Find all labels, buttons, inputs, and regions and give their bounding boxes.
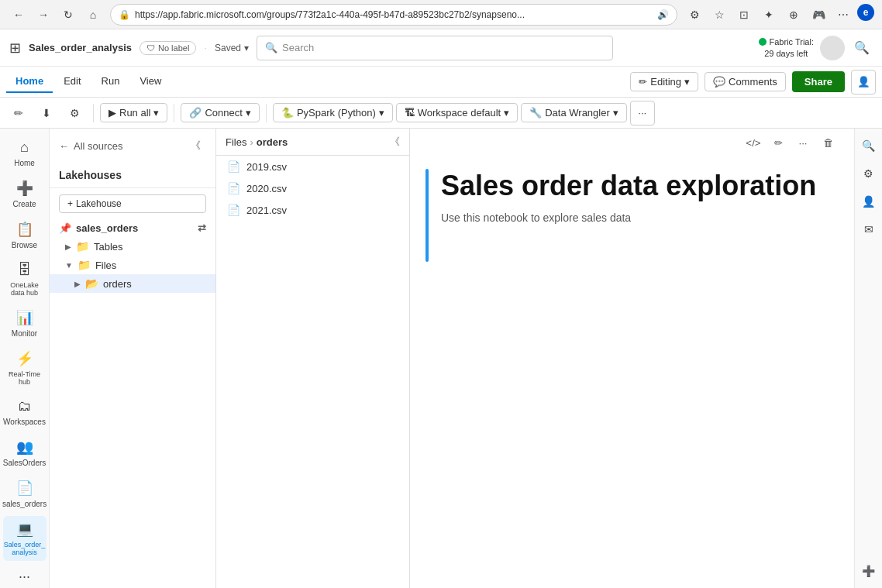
settings-button[interactable]: ⚙ bbox=[62, 101, 87, 126]
sidebar-item-onelake-label: OneLake data hub bbox=[6, 281, 43, 297]
connect-button[interactable]: 🔗 Connect ▾ bbox=[181, 103, 259, 122]
split-screen-button[interactable]: ⊡ bbox=[733, 4, 755, 26]
add-lakehouse-button[interactable]: + Lakehouse bbox=[59, 194, 206, 213]
file-item-2021[interactable]: 📄 2021.csv bbox=[216, 199, 409, 221]
sidebar-item-sales-order-analysis[interactable]: 💻 Sales_order_ analysis bbox=[3, 516, 47, 561]
home-button[interactable]: ⌂ bbox=[82, 4, 104, 26]
saved-button[interactable]: Saved ▾ bbox=[215, 43, 249, 53]
delete-cell-button[interactable]: 🗑 bbox=[817, 132, 839, 153]
right-panel-person-button[interactable]: 👤 bbox=[858, 191, 880, 212]
file-name-2019: 2019.csv bbox=[246, 161, 287, 173]
breadcrumb-files[interactable]: Files bbox=[226, 136, 246, 148]
share-label: Share bbox=[804, 76, 832, 88]
tab-edit[interactable]: Edit bbox=[54, 70, 90, 93]
user-avatar[interactable] bbox=[820, 36, 845, 60]
no-label-badge[interactable]: 🛡 No label bbox=[140, 41, 196, 55]
edit-cell-button[interactable]: ✏ bbox=[6, 101, 31, 126]
browser-action-2[interactable]: ☆ bbox=[708, 4, 730, 26]
left-nav-sidebar: ⌂ Home ➕ Create 📋 Browse 🗄 OneLake data … bbox=[0, 129, 50, 588]
sidebar-item-realtimehub[interactable]: ⚡ Real-Time hub bbox=[3, 346, 47, 390]
search-icon: 🔍 bbox=[265, 42, 277, 53]
download-button[interactable]: ⬇ bbox=[34, 101, 59, 126]
add-icon: + bbox=[67, 198, 73, 209]
top-right: Fabric Trial: 29 days left 🔍 bbox=[759, 36, 873, 60]
sidebar-item-salesorders[interactable]: 👥 SalesOrders bbox=[3, 434, 47, 472]
explorer-collapse-button[interactable]: 《 bbox=[184, 135, 206, 156]
share-button[interactable]: Share bbox=[792, 71, 845, 92]
files-tree-item[interactable]: ▼ 📁 Files bbox=[50, 256, 215, 274]
file-item-2020[interactable]: 📄 2020.csv bbox=[216, 177, 409, 199]
apps-grid-icon[interactable]: ⊞ bbox=[9, 40, 21, 57]
sidebar-item-home[interactable]: ⌂ Home bbox=[3, 135, 47, 172]
browser-chrome: ← → ↻ ⌂ 🔒 https://app.fabric.microsoft.c… bbox=[0, 0, 882, 29]
sidebar-item-create[interactable]: ➕ Create bbox=[3, 175, 47, 213]
comments-button[interactable]: 💬 Comments bbox=[705, 72, 786, 91]
trial-dot bbox=[759, 38, 767, 46]
pyspark-icon: 🐍 bbox=[281, 107, 294, 119]
sidebar-item-realtime-label: Real-Time hub bbox=[6, 370, 43, 386]
create-icon: ➕ bbox=[16, 180, 33, 197]
orders-folder-icon: 📂 bbox=[85, 277, 98, 290]
right-panel-settings-button[interactable]: ⚙ bbox=[858, 163, 880, 184]
code-view-button[interactable]: </> bbox=[742, 132, 764, 153]
files-panel-collapse[interactable]: 《 bbox=[390, 135, 400, 149]
search-bar[interactable]: 🔍 Search bbox=[257, 36, 613, 60]
back-button[interactable]: ← bbox=[8, 4, 29, 26]
tab-run[interactable]: Run bbox=[92, 70, 129, 93]
pyspark-button[interactable]: 🐍 PySpark (Python) ▾ bbox=[273, 103, 393, 122]
orders-tree-item[interactable]: ▶ 📂 orders bbox=[50, 274, 215, 293]
lakehouse-name[interactable]: 📌 sales_orders ⇄ bbox=[50, 219, 215, 237]
address-bar[interactable]: 🔒 https://app.fabric.microsoft.com/group… bbox=[110, 4, 677, 26]
notebook-title-cell: Sales order data exploration Use this no… bbox=[410, 156, 854, 274]
all-sources-label: All sources bbox=[74, 140, 123, 152]
right-panel-search-button[interactable]: 🔍 bbox=[858, 135, 880, 156]
sidebar-item-onelakedatahub[interactable]: 🗄 OneLake data hub bbox=[3, 257, 47, 301]
browse-icon: 📋 bbox=[16, 221, 33, 238]
sidebar-item-more[interactable]: ··· bbox=[3, 564, 47, 588]
sidebar-item-browse[interactable]: 📋 Browse bbox=[3, 216, 47, 254]
toolbar-more-label: ··· bbox=[638, 107, 646, 119]
nav-bottom: 👥 SalesOrders 📄 sales_orders 💻 Sales_ord… bbox=[3, 434, 47, 588]
editing-button[interactable]: ✏ Editing ▾ bbox=[630, 72, 698, 91]
sidebar-item-sales-orders[interactable]: 📄 sales_orders bbox=[3, 475, 47, 513]
salesorders-icon: 👥 bbox=[16, 438, 33, 456]
connect-label: Connect bbox=[205, 107, 242, 119]
run-all-button[interactable]: ▶ Run all ▾ bbox=[100, 103, 167, 122]
read-aloud-icon: 🔊 bbox=[657, 9, 669, 20]
browser-action-1[interactable]: ⚙ bbox=[684, 4, 705, 26]
sidebar-item-monitor[interactable]: 📊 Monitor bbox=[3, 304, 47, 342]
refresh-button[interactable]: ↻ bbox=[57, 4, 79, 26]
file-name-2020: 2020.csv bbox=[246, 183, 287, 194]
browser-more-button[interactable]: ⋯ bbox=[832, 4, 854, 26]
right-panel-teams-button[interactable]: ➕ bbox=[858, 560, 880, 582]
browser-action-5[interactable]: ⊕ bbox=[783, 4, 804, 26]
browser-action-4[interactable]: ✦ bbox=[758, 4, 780, 26]
breadcrumb: Files › orders bbox=[226, 136, 288, 148]
fabric-trial-info: Fabric Trial: 29 days left bbox=[759, 36, 814, 59]
swap-icon[interactable]: ⇄ bbox=[198, 222, 206, 234]
tables-tree-item[interactable]: ▶ 📁 Tables bbox=[50, 237, 215, 256]
tab-view[interactable]: View bbox=[130, 70, 171, 93]
cell-more-button[interactable]: ··· bbox=[792, 132, 814, 153]
connect-icon: 🔗 bbox=[189, 107, 202, 119]
file-item-2019[interactable]: 📄 2019.csv bbox=[216, 156, 409, 177]
toolbar-more-button[interactable]: ··· bbox=[630, 101, 655, 126]
cell-indicator-bar bbox=[425, 169, 429, 262]
browser-action-6[interactable]: 🎮 bbox=[808, 4, 829, 26]
breadcrumb-orders[interactable]: orders bbox=[257, 136, 288, 148]
global-search-button[interactable]: 🔍 bbox=[851, 37, 873, 59]
sidebar-item-sales-orders-label: sales_orders bbox=[2, 500, 47, 508]
people-button[interactable]: 👤 bbox=[851, 70, 876, 95]
sidebar-item-workspaces[interactable]: 🗂 Workspaces bbox=[3, 394, 47, 431]
files-panel: Files › orders 《 📄 2019.csv 📄 2020.csv 📄… bbox=[216, 129, 410, 588]
right-panel-mail-button[interactable]: ✉ bbox=[858, 218, 880, 240]
lakehouse-name-text: sales_orders bbox=[76, 222, 138, 234]
all-sources-back[interactable]: ← All sources 《 bbox=[50, 129, 215, 163]
tab-home[interactable]: Home bbox=[6, 70, 53, 93]
data-wrangler-button[interactable]: 🔧 Data Wrangler ▾ bbox=[521, 103, 627, 122]
trial-line2: 29 days left bbox=[759, 48, 814, 59]
edit-cell-icon-button[interactable]: ✏ bbox=[767, 132, 789, 153]
workspace-default-button[interactable]: 🏗 Workspace default ▾ bbox=[396, 103, 518, 122]
run-all-label: Run all bbox=[119, 107, 150, 119]
forward-button[interactable]: → bbox=[33, 4, 54, 26]
